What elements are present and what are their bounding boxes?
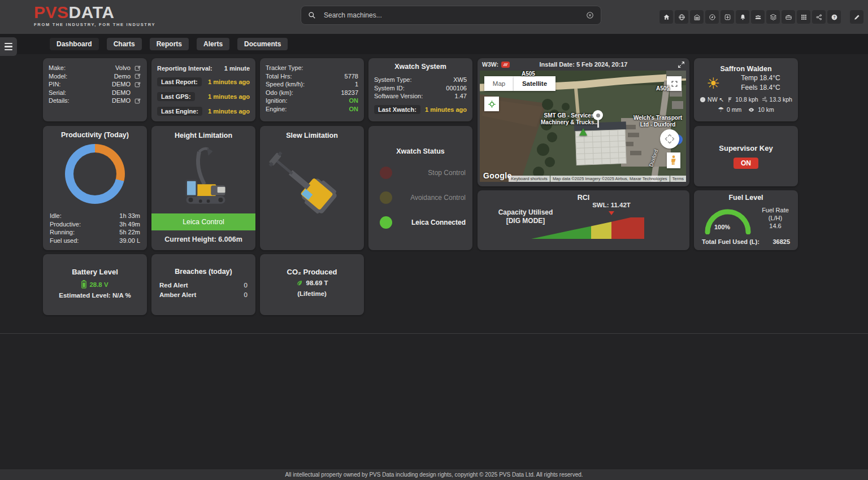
fuel-used-label: Fuel used:	[50, 237, 79, 244]
slew-limitation-title: Slew Limitation	[260, 132, 364, 139]
visibility-distance: 10 km	[758, 106, 774, 113]
xwatch-status-title: Xwatch Status	[368, 147, 472, 155]
machine-info-card: Make:Volvo Model:Demo PIN:DEMO Serial:DE…	[43, 58, 147, 121]
rain-icon: ☂	[718, 106, 724, 113]
tab-documents[interactable]: Documents	[237, 38, 288, 50]
software-version-label: Software Version:	[374, 93, 423, 99]
pan-control[interactable]	[660, 129, 679, 149]
footer: All intellectual property owned by PVS D…	[0, 469, 868, 480]
edit-icon[interactable]	[134, 97, 141, 104]
tab-alerts[interactable]: Alerts	[197, 38, 229, 50]
notifications-icon[interactable]	[736, 10, 749, 24]
avoidance-control-label: Avoidance Control	[410, 194, 466, 202]
edit-icon[interactable]	[134, 72, 141, 80]
integrations-icon[interactable]	[812, 10, 826, 24]
install-date: Install Date: 5 Feb 2024, 20:17	[478, 61, 689, 68]
add-icon[interactable]	[721, 10, 734, 24]
amber-alert-count: 0	[244, 291, 248, 298]
odo-value: 18237	[341, 89, 358, 96]
rain-amount: 0 mm	[727, 106, 741, 113]
map-attribution: Keyboard shortcuts Map data ©2025 Imager…	[509, 176, 686, 182]
menu-hamburger-icon[interactable]	[0, 37, 17, 56]
battery-icon	[81, 280, 86, 289]
swl-value: SWL: 11.42T	[592, 202, 631, 208]
pvs-data-logo[interactable]: PVSDATA FROM THE INDUSTRY, FOR THE INDUS…	[34, 4, 155, 27]
map-place-label-welchs[interactable]: Welch's TransportLtd - Duxford	[633, 115, 682, 128]
last-report-value: 1 minutes ago	[208, 78, 250, 85]
users-icon[interactable]	[751, 10, 765, 24]
breaches-title: Breaches (today)	[159, 268, 248, 276]
keyboard-shortcuts-link[interactable]: Keyboard shortcuts	[509, 176, 550, 182]
supervisor-key-on-badge[interactable]: ON	[734, 158, 758, 169]
leica-control-banner: Leica Control	[151, 213, 255, 230]
xwatch-system-title: Xwatch System	[374, 63, 467, 71]
idle-value: 1h 33m	[119, 212, 140, 219]
search-icon	[308, 11, 316, 19]
map-type-map-button[interactable]: Map	[484, 76, 514, 91]
wind-direction-icon	[700, 97, 706, 103]
recenter-crosshair-icon[interactable]	[484, 97, 499, 111]
search-input[interactable]	[323, 11, 586, 20]
fuel-used-value: 39.00 L	[119, 237, 140, 244]
running-value: 5h 22m	[119, 229, 140, 235]
odo-label: Odo (km):	[266, 89, 293, 96]
productive-value: 3h 49m	[119, 221, 140, 228]
compass-icon[interactable]	[705, 10, 719, 24]
fuel-level-title: Fuel Level	[694, 194, 798, 202]
weather-card: Saffron Walden ☀ Temp 18.4°C Feels 18.4°…	[694, 58, 798, 121]
last-report-button[interactable]: Last Report:	[157, 77, 202, 86]
edit-icon[interactable]	[134, 81, 141, 88]
map-place-label-smt[interactable]: SMT GB - Services,Machinery & Trucks...	[541, 112, 599, 125]
battery-estimated-level: Estimated Level: N/A %	[43, 292, 147, 299]
terms-link[interactable]: Terms	[670, 176, 686, 182]
apps-grid-icon[interactable]	[797, 10, 810, 24]
tab-charts[interactable]: Charts	[107, 38, 142, 50]
last-gps-button[interactable]: Last GPS:	[157, 92, 195, 101]
machine-details-label: Details:	[49, 97, 70, 104]
google-logo[interactable]: Google	[483, 171, 512, 180]
layers-icon[interactable]	[766, 10, 780, 24]
battery-voltage: 28.8 V	[89, 281, 108, 288]
road-label-a505-2: A505	[656, 85, 670, 92]
tab-reports[interactable]: Reports	[150, 38, 189, 50]
garage-icon[interactable]	[690, 10, 704, 24]
map-data-attribution: Map data ©2025 Imagery ©2025 Airbus, Max…	[550, 176, 670, 182]
tab-bar: Dashboard Charts Reports Alerts Document…	[50, 38, 288, 50]
toolbox-icon[interactable]	[782, 10, 795, 24]
svg-text:?: ?	[833, 15, 835, 19]
home-icon[interactable]	[659, 10, 673, 24]
red-alert-label: Red Alert	[159, 282, 188, 289]
speed-value: 1	[355, 81, 358, 88]
tracker-card: Tracker Type: Total Hrs:5778 Speed (km/h…	[260, 58, 364, 121]
engine-label: Engine:	[266, 106, 287, 112]
search-clear-icon[interactable]	[586, 11, 594, 19]
wind-direction: NW ↖	[708, 96, 724, 103]
idle-label: Idle:	[50, 212, 62, 219]
machine-serial-label: Serial:	[49, 89, 66, 96]
last-xwatch-button[interactable]: Last Xwatch:	[374, 105, 420, 114]
productivity-title: Productivity (Today)	[43, 131, 147, 139]
map-viewport[interactable]: Map Satellite SMT GB - Services,Machiner…	[480, 71, 686, 182]
tab-dashboard[interactable]: Dashboard	[50, 38, 99, 50]
pvs-data-dashboard: PVSDATA FROM THE INDUSTRY, FOR THE INDUS…	[0, 0, 868, 480]
total-fuel-used-label: Total Fuel Used (L):	[702, 238, 760, 245]
help-icon[interactable]: ?	[827, 10, 841, 24]
map-type-satellite-button[interactable]: Satellite	[514, 76, 555, 91]
ignition-status: ON	[349, 97, 359, 104]
globe-icon[interactable]	[675, 10, 688, 24]
search-bar[interactable]	[301, 6, 601, 25]
map-pin-marker[interactable]	[593, 110, 603, 128]
gust-speed: 13.3 kph	[770, 96, 792, 103]
expand-icon[interactable]	[678, 61, 685, 68]
last-engine-button[interactable]: Last Engine:	[157, 107, 202, 116]
edit-pencil-icon[interactable]	[850, 10, 863, 24]
road-label-a505: A505	[522, 71, 535, 77]
wind-speed: 10.8 kph	[735, 96, 758, 103]
edit-icon[interactable]	[134, 64, 141, 72]
pegman-street-view[interactable]	[667, 152, 680, 168]
map-card: W3W: /// Install Date: 5 Feb 2024, 20:17	[478, 58, 689, 186]
machine-location-marker[interactable]	[579, 128, 587, 136]
visibility-icon	[748, 107, 755, 113]
fuel-percent: 100%	[714, 224, 730, 230]
machine-serial-value: DEMO	[112, 89, 131, 96]
